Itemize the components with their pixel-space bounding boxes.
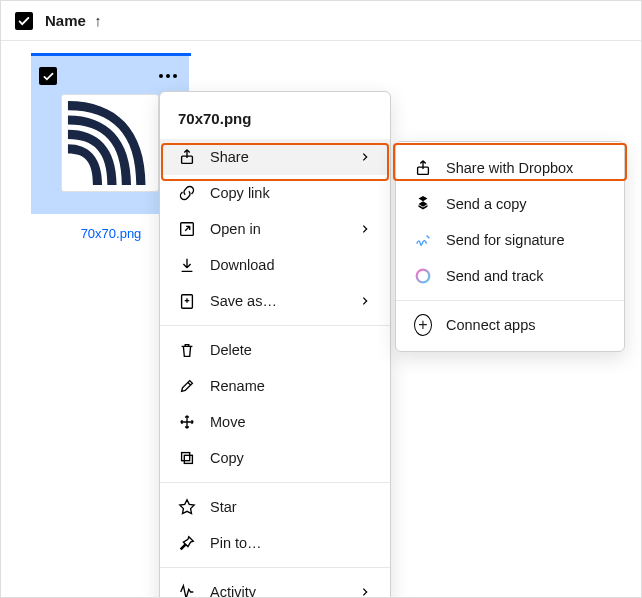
menu-label: Send for signature [446, 232, 606, 248]
column-header: Name ↑ [1, 1, 641, 41]
share-icon [178, 148, 196, 166]
menu-separator [160, 482, 390, 483]
menu-label: Share [210, 149, 344, 165]
chevron-right-icon [358, 585, 372, 598]
menu-label: Send a copy [446, 196, 606, 212]
select-all-checkbox[interactable] [15, 12, 33, 30]
menu-item-pin-to[interactable]: Pin to… [160, 525, 390, 561]
menu-separator [160, 567, 390, 568]
plus-circle-icon: + [414, 316, 432, 334]
copy-icon [178, 449, 196, 467]
submenu-item-send-copy[interactable]: Send a copy [396, 186, 624, 222]
menu-item-copy[interactable]: Copy [160, 440, 390, 476]
svg-point-7 [417, 270, 430, 283]
chevron-right-icon [358, 222, 372, 236]
send-track-icon [414, 267, 432, 285]
menu-item-download[interactable]: Download [160, 247, 390, 283]
rename-icon [178, 377, 196, 395]
menu-title: 70x70.png [160, 100, 390, 139]
submenu-item-send-signature[interactable]: Send for signature [396, 222, 624, 258]
menu-item-rename[interactable]: Rename [160, 368, 390, 404]
delete-icon [178, 341, 196, 359]
menu-item-copy-link[interactable]: Copy link [160, 175, 390, 211]
column-label: Name [45, 12, 86, 29]
submenu-item-send-track[interactable]: Send and track [396, 258, 624, 294]
menu-separator [160, 325, 390, 326]
menu-item-star[interactable]: Star [160, 489, 390, 525]
menu-item-save-as[interactable]: Save as… [160, 283, 390, 319]
menu-label: Delete [210, 342, 372, 358]
context-menu: 70x70.png Share Copy link Open in Downlo… [159, 91, 391, 598]
svg-rect-4 [182, 453, 190, 461]
more-options-button[interactable] [155, 70, 181, 82]
menu-item-open-in[interactable]: Open in [160, 211, 390, 247]
download-icon [178, 256, 196, 274]
menu-label: Open in [210, 221, 344, 237]
signature-icon [414, 231, 432, 249]
menu-item-delete[interactable]: Delete [160, 332, 390, 368]
submenu-item-connect-apps[interactable]: + Connect apps [396, 307, 624, 343]
menu-label: Save as… [210, 293, 344, 309]
menu-label: Pin to… [210, 535, 372, 551]
chevron-right-icon [358, 150, 372, 164]
open-in-icon [178, 220, 196, 238]
menu-label: Copy link [210, 185, 372, 201]
star-icon [178, 498, 196, 516]
menu-label: Copy [210, 450, 372, 466]
name-column-header[interactable]: Name ↑ [45, 12, 102, 30]
menu-item-share[interactable]: Share [160, 139, 390, 175]
submenu-item-share-dropbox[interactable]: Share with Dropbox [396, 150, 624, 186]
move-icon [178, 413, 196, 431]
menu-label: Send and track [446, 268, 606, 284]
send-copy-icon [414, 195, 432, 213]
menu-item-activity[interactable]: Activity [160, 574, 390, 598]
menu-label: Star [210, 499, 372, 515]
menu-separator [396, 300, 624, 301]
menu-label: Move [210, 414, 372, 430]
image-thumbnail [61, 94, 159, 192]
menu-label: Connect apps [446, 317, 606, 333]
pin-icon [178, 534, 196, 552]
svg-rect-5 [184, 455, 192, 463]
menu-label: Download [210, 257, 372, 273]
menu-label: Activity [210, 584, 344, 598]
menu-item-move[interactable]: Move [160, 404, 390, 440]
share-submenu: Share with Dropbox Send a copy Send for … [395, 141, 625, 352]
file-checkbox[interactable] [39, 67, 57, 85]
chevron-right-icon [358, 294, 372, 308]
activity-icon [178, 583, 196, 598]
menu-label: Share with Dropbox [446, 160, 606, 176]
sort-ascending-icon: ↑ [94, 12, 102, 29]
menu-label: Rename [210, 378, 372, 394]
save-as-icon [178, 292, 196, 310]
link-icon [178, 184, 196, 202]
share-icon [414, 159, 432, 177]
